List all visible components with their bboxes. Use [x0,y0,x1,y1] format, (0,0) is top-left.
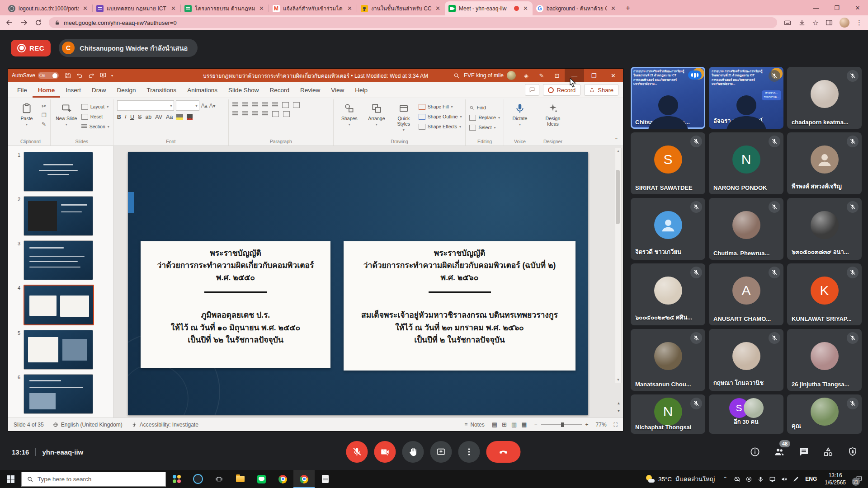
participant-tile[interactable]: การอบรม การเสริมสร้างทักษะการเรียนรู้ในศ… [631,67,705,129]
justify-icon[interactable] [262,111,268,116]
slide-number-indicator[interactable]: Slide 4 of 35 [14,422,44,428]
ppt-tab-animations[interactable]: Animations [182,82,223,98]
reading-view-icon[interactable]: ▥ [511,421,517,428]
ppt-tab-review[interactable]: Review [295,82,326,98]
tab-close-icon[interactable]: ✕ [170,5,177,12]
shrink-font-icon[interactable]: A▾ [209,102,216,110]
ribbon-display-icon[interactable]: ⊡ [549,72,565,79]
thumbnail-preview[interactable] [24,374,93,414]
taskbar-clock[interactable]: 13:16 1/6/2565 [821,472,850,486]
people-button[interactable]: 48 [774,446,785,457]
zoom-out-icon[interactable]: − [534,422,538,428]
quick-styles-button[interactable]: Quick Styles▾ [392,100,416,132]
thumbnail-preview[interactable] [24,285,94,325]
participant-tile[interactable]: SSIRIRAT SAWATDEE [631,132,705,194]
taskbar-app-cortana[interactable] [187,470,208,488]
shape-fill-button[interactable]: Shape Fill▾ [419,102,462,111]
notes-button[interactable]: ≡ Notes [464,422,484,428]
thumbnail-preview[interactable] [24,152,93,192]
redo-icon[interactable] [88,72,95,79]
browser-tab[interactable]: background - ค้นหาด้วย Google ✕ [533,1,620,15]
slide-textbox-left[interactable]: พระราชบัญญัติ ว่าด้วยการกระทำความผิดเกี่… [141,241,330,368]
select-button[interactable]: Select▾ [469,123,500,132]
align-left-icon[interactable] [232,111,238,116]
normal-view-icon[interactable]: ▤ [492,421,497,428]
address-bar[interactable]: meet.google.com/yhn-eaaq-iiw?authuser=0 [49,17,777,28]
taskbar-app-explorer[interactable] [230,470,251,488]
thumbnail-preview[interactable] [24,196,93,236]
presenter-chip[interactable]: C Chitsanupong Waidee กำลังนำเสนอ [59,39,198,57]
pen-tray-icon[interactable] [790,476,802,483]
browser-tab[interactable]: แจ้งลิงก์สำหรับเข้าร่วมโครงการอบรม ✕ [269,1,357,15]
design-ideas-button[interactable]: Design Ideas [540,100,566,127]
camera-off-button[interactable] [374,441,396,463]
host-controls-button[interactable] [847,446,858,457]
zoom-slider[interactable] [541,424,582,425]
underline-button[interactable]: U [130,114,134,120]
accessibility-indicator[interactable]: Accessibility: Investigate [132,422,198,428]
bullets-icon[interactable] [232,102,238,107]
ppt-tab-help[interactable]: Help [349,82,373,98]
slide-thumbnail-6[interactable]: 6 [8,372,113,416]
gem-icon[interactable]: ◈ [519,72,534,79]
align-text-icon[interactable] [293,102,300,108]
raise-hand-button[interactable] [402,441,424,463]
format-painter-icon[interactable]: ✎ [42,120,47,128]
participant-tile[interactable]: KKUNLAWAT SRIYAP... [787,263,862,325]
char-spacing-button[interactable]: AV [155,114,162,120]
align-right-icon[interactable] [252,111,258,116]
language-indicator[interactable]: ENG [802,476,821,482]
scrollbar-thumb[interactable] [616,170,620,224]
slide-thumbnail-4[interactable]: 4 [8,282,113,328]
new-tab-button[interactable]: + [622,2,634,14]
italic-button[interactable]: I [125,113,127,120]
taskbar-app-chrome[interactable] [272,470,293,488]
browser-tab[interactable]: Meet - yhn-eaaq-iiw ✕ [445,1,533,15]
ppt-tab-transitions[interactable]: Transitions [142,82,182,98]
present-button[interactable] [430,441,452,463]
thumbnail-preview[interactable] [24,240,93,280]
grow-font-icon[interactable]: A▴ [201,102,208,110]
participant-tile[interactable]: 26 jinjutha Tiangsa... [787,329,862,391]
next-slide-icon[interactable]: ▼ [617,409,621,413]
decrease-indent-icon[interactable] [252,102,258,107]
show-hidden-icons[interactable]: ⌃ [719,476,731,482]
strikethrough-button[interactable]: S [138,114,142,120]
arrange-button[interactable]: Arrange▾ [364,100,389,127]
microphone-tray-icon[interactable] [755,476,766,483]
slideshow-icon[interactable] [99,72,107,79]
zoom-level[interactable]: 77% [596,422,607,428]
section-button[interactable]: Section▾ [81,122,109,131]
participant-tile[interactable]: S อีก 30 คน [709,394,783,434]
close-icon[interactable]: ✕ [847,5,868,11]
onedrive-off-icon[interactable] [731,476,743,483]
slide-thumbnail-1[interactable]: 1 [8,150,113,194]
canvas-scrollbar[interactable]: ▲ ▼ [615,148,622,383]
tab-close-icon[interactable]: ✕ [522,5,529,12]
ppt-restore-icon[interactable]: ❐ [584,69,604,82]
scroll-down-icon[interactable]: ▼ [617,378,620,382]
cut-icon[interactable]: ✂ [42,102,47,110]
thumbnail-preview[interactable] [24,330,93,370]
taskbar-app-notepad[interactable] [315,470,336,488]
tab-close-icon[interactable]: ✕ [346,5,353,12]
copy-icon[interactable]: ❐ [42,111,47,119]
font-size-select[interactable]: ▾ [176,100,199,111]
fit-to-window-icon[interactable]: ⛶ [614,422,618,428]
browser-tab[interactable]: logout.ru.ac.th:1000/portal? ✕ [5,1,92,15]
reset-button[interactable]: Reset [81,112,109,121]
speaker-tray-icon[interactable] [778,476,790,483]
tab-close-icon[interactable]: ✕ [82,5,89,12]
start-button[interactable] [0,470,21,488]
current-slide[interactable]: พระราชบัญญัติ ว่าด้วยการกระทำความผิดเกี่… [128,152,588,415]
qat-customize-icon[interactable]: ▾ [111,74,113,78]
participant-tile[interactable]: Manatsanun Chou... [631,329,705,391]
menu-kebab-icon[interactable]: ⋮ [856,19,863,27]
slide-textbox-right[interactable]: พระราชบัญญัติ ว่าด้วยการกระทำความผิดเกี่… [344,241,576,371]
taskbar-app-line[interactable] [251,470,272,488]
notification-center[interactable]: 21 [850,470,868,488]
search-icon[interactable] [452,72,461,79]
paste-button[interactable]: Paste▾ [14,100,39,127]
forward-icon[interactable] [20,19,28,27]
taskbar-app-widgets[interactable] [166,470,187,488]
